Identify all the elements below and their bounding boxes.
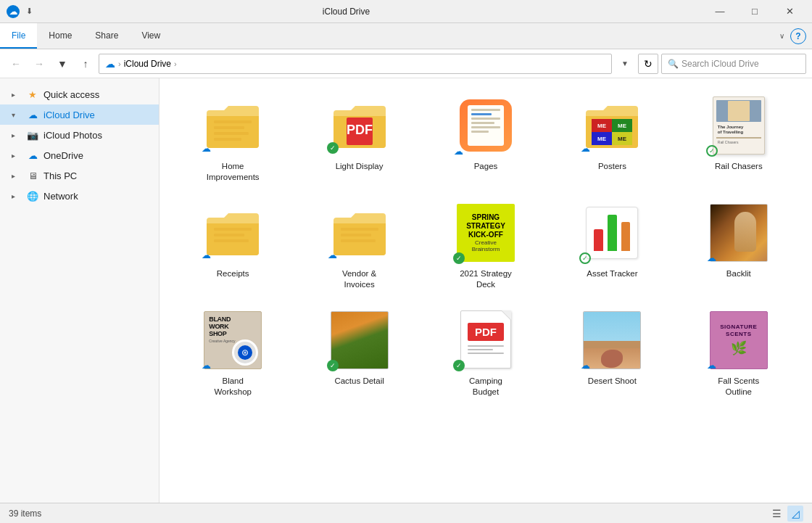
view-controls: ☰ ◿: [768, 506, 803, 522]
sidebar-item-network[interactable]: ▸ 🌐 Network: [0, 186, 159, 206]
up-button[interactable]: ↑: [75, 54, 96, 74]
svg-rect-21: [341, 234, 371, 236]
content-area: ☁ HomeImprovements PDF ✓: [160, 78, 812, 503]
file-item-asset-tracker[interactable]: ✓ Asset Tracker: [550, 194, 674, 296]
window-controls: — □ ✕: [703, 0, 806, 23]
file-label: Fall ScentsOutline: [718, 376, 759, 398]
ribbon-collapse-button[interactable]: ∨: [774, 32, 790, 40]
svg-text:ME: ME: [597, 136, 607, 142]
recent-locations-button[interactable]: ▼: [52, 54, 72, 74]
file-icon: SPRINGSTRATEGYKICK-OFF CreativeBrainstor…: [453, 200, 518, 265]
file-item-light-display[interactable]: PDF ✓ Light Display: [297, 87, 420, 189]
sync-check-outline-icon: ✓: [706, 145, 718, 157]
address-dropdown-button[interactable]: ▼: [615, 54, 635, 74]
svg-rect-4: [214, 132, 249, 135]
svg-rect-17: [214, 228, 252, 231]
file-icon: ☁: [200, 93, 265, 158]
file-item-cactus-detail[interactable]: ✓ Cactus Detail: [297, 302, 420, 403]
large-icons-view-button[interactable]: ◿: [787, 506, 803, 522]
chevron-icon: ▸: [12, 152, 22, 160]
file-item-receipts[interactable]: ☁ Receipts: [171, 194, 294, 296]
tab-home[interactable]: Home: [37, 23, 83, 49]
details-view-button[interactable]: ☰: [768, 506, 784, 522]
svg-rect-18: [214, 234, 244, 236]
file-label: Rail Chasers: [715, 161, 763, 172]
pages-doc: [468, 105, 504, 146]
sync-cloud-icon: ☁: [579, 142, 591, 154]
file-item-fall-scents[interactable]: SIGNATURESCENTS 🌿 ☁ Fall ScentsOutline: [677, 302, 800, 403]
file-item-posters[interactable]: ME ME ME ME ☁ Posters: [550, 87, 674, 189]
rail-doc-icon: The Journeyof Travelling Rail Chasers: [713, 96, 765, 155]
file-icon: PDF ✓: [327, 93, 392, 158]
strategy-icon: SPRINGSTRATEGYKICK-OFF CreativeBrainstor…: [457, 204, 515, 262]
sidebar-item-quick-access[interactable]: ▸ ★ Quick access: [0, 84, 159, 104]
tab-view[interactable]: View: [130, 23, 172, 49]
file-item-vendor-invoices[interactable]: ☁ Vendor &Invoices: [297, 194, 420, 296]
file-item-strategy-deck[interactable]: SPRINGSTRATEGYKICK-OFF CreativeBrainstor…: [424, 194, 547, 296]
sync-cloud-icon: ☁: [327, 250, 339, 261]
file-item-bland-workshop[interactable]: BLANDWORKSHOP Creative Agency ⊛ ☁ BlandW…: [171, 302, 294, 403]
folder-svg: PDF: [331, 100, 389, 151]
ribbon-help: ∨ ?: [768, 23, 812, 49]
ribbon: File Home Share View ∨ ?: [0, 23, 812, 49]
folder-svg: ME ME ME ME: [583, 100, 641, 151]
tab-share[interactable]: Share: [83, 23, 130, 49]
title-bar: ☁ ⬇ iCloud Drive — □ ✕: [0, 0, 812, 23]
svg-rect-22: [341, 239, 376, 242]
refresh-button[interactable]: ↻: [638, 54, 658, 74]
file-label: Backlit: [726, 268, 751, 279]
file-label: BlandWorkshop: [214, 376, 252, 398]
tab-file[interactable]: File: [0, 23, 37, 49]
sync-cloud-icon: ☁: [200, 250, 212, 261]
svg-text:ME: ME: [597, 123, 607, 129]
close-button[interactable]: ✕: [773, 0, 806, 23]
address-path[interactable]: ☁ › iCloud Drive ›: [99, 54, 612, 74]
sidebar-label-quick-access: Quick access: [44, 89, 99, 100]
search-box[interactable]: 🔍 Search iCloud Drive: [661, 54, 806, 74]
file-label: 2021 StrategyDeck: [460, 268, 512, 290]
path-chevron-2: ›: [174, 59, 177, 68]
file-item-home-improvements[interactable]: ☁ HomeImprovements: [171, 87, 294, 189]
desert-image: [583, 311, 641, 369]
cactus-image: [331, 311, 389, 369]
main-layout: ▸ ★ Quick access ▾ ☁ iCloud Drive ▸ 📷 iC…: [0, 78, 812, 503]
file-icon: ✓: [579, 200, 645, 265]
file-label: CampingBudget: [469, 376, 502, 398]
file-icon: PDF ✓: [453, 308, 518, 373]
svg-text:PDF: PDF: [347, 123, 373, 137]
sidebar-label-network: Network: [44, 191, 78, 202]
file-item-camping-budget[interactable]: PDF ✓ CampingBudget: [424, 302, 547, 403]
file-label: Cactus Detail: [334, 376, 384, 387]
file-label: Vendor &Invoices: [342, 268, 376, 290]
sync-check-outline-icon: ✓: [579, 252, 591, 264]
pdf-file-icon: PDF: [460, 310, 511, 370]
sidebar-label-onedrive: OneDrive: [44, 150, 83, 161]
file-icon: ☁: [706, 200, 771, 265]
sync-check-icon: ✓: [327, 360, 339, 371]
forward-button[interactable]: →: [29, 54, 49, 74]
sidebar-item-this-pc[interactable]: ▸ 🖥 This PC: [0, 165, 159, 186]
minimize-button[interactable]: —: [703, 0, 737, 23]
folder-svg: [331, 207, 389, 258]
file-icon: ☁: [200, 200, 265, 265]
file-label: Light Display: [336, 161, 384, 172]
search-placeholder: Search iCloud Drive: [682, 59, 759, 69]
bar-red: [594, 229, 603, 251]
help-button[interactable]: ?: [790, 28, 806, 44]
svg-text:ME: ME: [618, 123, 627, 129]
sync-cloud-icon: ☁: [200, 142, 212, 154]
sidebar-item-onedrive[interactable]: ▸ ☁ OneDrive: [0, 145, 159, 165]
file-item-rail-chasers[interactable]: The Journeyof Travelling Rail Chasers ✓ …: [677, 87, 800, 189]
sidebar-item-icloud-drive[interactable]: ▾ ☁ iCloud Drive: [0, 104, 159, 125]
maximize-button[interactable]: □: [738, 0, 771, 23]
pages-app-icon: [460, 99, 512, 152]
file-item-desert-shoot[interactable]: ☁ Desert Shoot: [550, 302, 674, 403]
svg-rect-19: [214, 239, 249, 242]
chevron-icon: ▸: [12, 192, 22, 200]
sidebar-item-icloud-photos[interactable]: ▸ 📷 iCloud Photos: [0, 125, 159, 145]
back-button[interactable]: ←: [6, 54, 26, 74]
file-item-backlit[interactable]: ☁ Backlit: [677, 194, 800, 296]
file-icon: BLANDWORKSHOP Creative Agency ⊛ ☁: [200, 308, 265, 373]
file-item-pages[interactable]: ☁ Pages: [424, 87, 547, 189]
onedrive-icon: ☁: [26, 149, 39, 162]
